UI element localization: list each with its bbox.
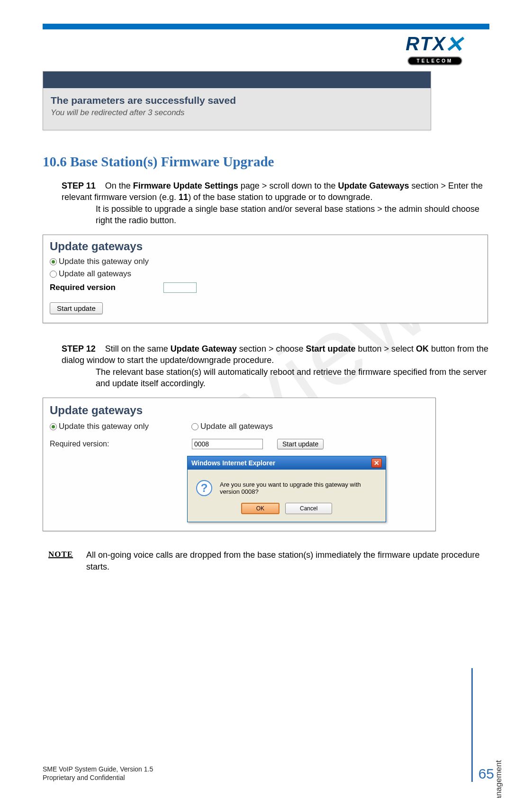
confirm-dialog: Windows Internet Explorer ✕ ? Are you su… (187, 456, 386, 522)
radio-this-gateway-label: Update this gateway only (59, 257, 149, 266)
ui2-required-version-label: Required version: (50, 440, 192, 448)
step-12-label: STEP 12 (62, 344, 96, 354)
radio2-this-gateway[interactable] (50, 423, 57, 430)
start-update-button[interactable]: Start update (50, 302, 103, 314)
step-11: STEP 11 On the Firmware Update Settings … (62, 180, 489, 226)
radio2-all-gateways-label: Update all gateways (200, 422, 273, 431)
required-version-label: Required version (50, 283, 163, 292)
step-11-label: STEP 11 (62, 181, 96, 190)
dialog-cancel-button[interactable]: Cancel (285, 503, 332, 514)
page-number: 65 (471, 668, 494, 782)
radio2-this-gateway-label: Update this gateway only (59, 422, 149, 431)
note: NOTE All on-going voice calls are droppe… (48, 549, 489, 572)
note-text: All on-going voice calls are dropped fro… (86, 549, 489, 572)
ui2-start-update-button[interactable]: Start update (277, 439, 324, 449)
update-gateways-screenshot-2: Update gateways Update this gateway only… (43, 398, 436, 531)
header-accent-bar (43, 24, 489, 29)
step-12: STEP 12 Still on the same Update Gateway… (62, 343, 489, 389)
logo-subtext: TELECOM (407, 56, 463, 65)
step-11-text2: It is possible to upgrade a single base … (96, 203, 489, 227)
radio-this-gateway[interactable] (50, 258, 57, 265)
radio-all-gateways[interactable] (50, 271, 57, 278)
update-gateways-screenshot-1: Update gateways Update this gateway only… (43, 235, 488, 323)
chapter-side-label: Chapter: Firmware Upgrade Management (494, 760, 504, 798)
dialog-ok-button[interactable]: OK (241, 503, 280, 514)
ui2-required-version-input[interactable] (192, 439, 263, 449)
logo: RTX✕ TELECOM (380, 33, 489, 63)
section-heading: 10.6 Base Station(s) Firmware Upgrade (43, 154, 489, 170)
msg-header-bar (43, 72, 431, 88)
dialog-text: Are you sure you want to upgrade this ga… (220, 481, 377, 495)
radio2-all-gateways[interactable] (191, 423, 198, 430)
dialog-title: Windows Internet Explorer (191, 459, 275, 467)
footer-text: SME VoIP System Guide, Version 1.5 Propr… (43, 765, 153, 782)
ui2-title: Update gateways (50, 404, 429, 417)
question-icon: ? (196, 480, 212, 496)
note-label: NOTE (48, 549, 81, 560)
radio-all-gateways-label: Update all gateways (59, 269, 131, 279)
ui1-title: Update gateways (50, 240, 481, 253)
msg-title: The parameters are successfully saved (51, 95, 423, 106)
step-12-text2: The relevant base station(s) will automa… (96, 366, 489, 390)
logo-brand: RTX (406, 33, 446, 54)
close-icon[interactable]: ✕ (371, 458, 382, 468)
msg-subtitle: You will be redirected after 3 seconds (51, 108, 423, 118)
logo-x-icon: ✕ (444, 31, 464, 57)
required-version-input[interactable] (163, 282, 197, 293)
saved-message-screenshot: The parameters are successfully saved Yo… (43, 71, 431, 130)
